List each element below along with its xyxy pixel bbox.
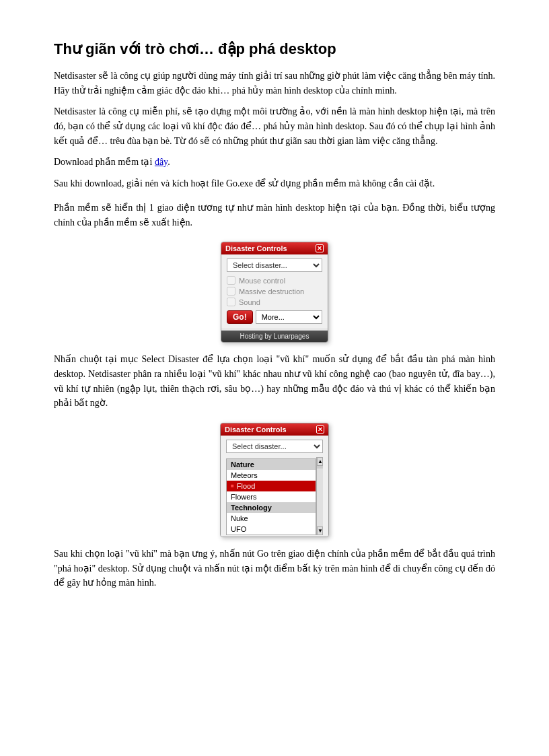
download-prefix: Download phần mềm tại bbox=[54, 157, 155, 167]
paragraph-2: Netdisaster là công cụ miễn phí, sẽ tạo … bbox=[54, 104, 495, 148]
paragraph-7: Sau khi chọn loại "vũ khí" mà bạn ưng ý,… bbox=[54, 547, 495, 590]
paragraph-1: Netdisaster sẽ là công cụ giúp người dùn… bbox=[54, 69, 495, 98]
widget1-go-button[interactable]: Go! bbox=[227, 310, 253, 324]
dropdown-item-flood[interactable]: Flood bbox=[227, 481, 316, 491]
dropdown-item-nuke[interactable]: Nuke bbox=[227, 513, 316, 524]
widget2-wrapper: Disaster Controls ✕ Select disaster... N… bbox=[54, 423, 495, 537]
page-title: Thư giãn với trò chơi… đập phá desktop bbox=[54, 40, 495, 58]
widget1-close-button[interactable]: ✕ bbox=[316, 244, 324, 252]
paragraph-3: Download phần mềm tại đây. bbox=[54, 155, 495, 170]
widget1-buttons: Go! More... bbox=[227, 310, 322, 324]
widget1-massive-destruction-checkbox[interactable] bbox=[227, 287, 235, 296]
paragraph-4: Sau khi download, giải nén và kích hoạt … bbox=[54, 176, 495, 191]
widget1-disaster-select[interactable]: Select disaster... bbox=[227, 259, 322, 272]
scroll-track bbox=[317, 469, 323, 526]
dropdown-item-ufo[interactable]: UFO bbox=[227, 524, 316, 535]
widget1-footer: Hosting by Lunarpages bbox=[221, 331, 328, 342]
scroll-up-button[interactable]: ▲ bbox=[317, 457, 323, 466]
widget1: Disaster Controls ✕ Select disaster... M… bbox=[221, 242, 328, 343]
widget1-sound-checkbox[interactable] bbox=[227, 298, 235, 306]
paragraph-6: Nhấn chuột tại mục Select Disaster để lự… bbox=[54, 352, 495, 411]
widget1-mouse-control-row: Mouse control bbox=[227, 276, 322, 285]
widget2-dropdown-list: Nature Meteors Flood Flowers Technology … bbox=[226, 458, 316, 535]
dropdown-item-flowers[interactable]: Flowers bbox=[227, 491, 316, 502]
widget2-close-button[interactable]: ✕ bbox=[316, 425, 324, 434]
dropdown-header-technology: Technology bbox=[227, 502, 316, 513]
widget1-titlebar: Disaster Controls ✕ bbox=[221, 242, 328, 254]
widget1-sound-label: Sound bbox=[239, 298, 260, 306]
widget1-mouse-control-label: Mouse control bbox=[239, 277, 285, 285]
dropdown-item-meteors[interactable]: Meteors bbox=[227, 470, 316, 481]
widget2-titlebar: Disaster Controls ✕ bbox=[221, 423, 328, 436]
paragraph-5: Phần mềm sẽ hiển thị 1 giao diện tương t… bbox=[54, 201, 495, 230]
widget1-wrapper: Disaster Controls ✕ Select disaster... M… bbox=[54, 242, 495, 343]
download-link[interactable]: đây bbox=[155, 157, 168, 167]
widget2-dropdown-content: Nature Meteors Flood Flowers Technology … bbox=[226, 457, 316, 535]
widget1-massive-destruction-row: Massive destruction bbox=[227, 287, 322, 296]
widget1-more-select[interactable]: More... bbox=[256, 310, 322, 324]
download-suffix: . bbox=[168, 157, 170, 167]
widget1-title: Disaster Controls bbox=[225, 244, 287, 252]
widget2-body: Select disaster... Nature Meteors Flood … bbox=[221, 436, 328, 537]
widget1-sound-row: Sound bbox=[227, 298, 322, 306]
dropdown-header-nature: Nature bbox=[227, 459, 316, 470]
widget2-scrollbar: ▲ ▼ bbox=[316, 457, 323, 535]
widget1-massive-destruction-label: Massive destruction bbox=[239, 287, 304, 296]
widget1-body: Select disaster... Mouse control Massive… bbox=[221, 254, 328, 328]
widget2-disaster-select[interactable]: Select disaster... bbox=[226, 440, 323, 453]
scroll-down-button[interactable]: ▼ bbox=[317, 526, 323, 535]
widget2: Disaster Controls ✕ Select disaster... N… bbox=[220, 423, 329, 537]
widget1-mouse-control-checkbox[interactable] bbox=[227, 276, 235, 285]
widget2-title: Disaster Controls bbox=[225, 425, 287, 434]
widget2-dropdown: Nature Meteors Flood Flowers Technology … bbox=[226, 457, 323, 535]
